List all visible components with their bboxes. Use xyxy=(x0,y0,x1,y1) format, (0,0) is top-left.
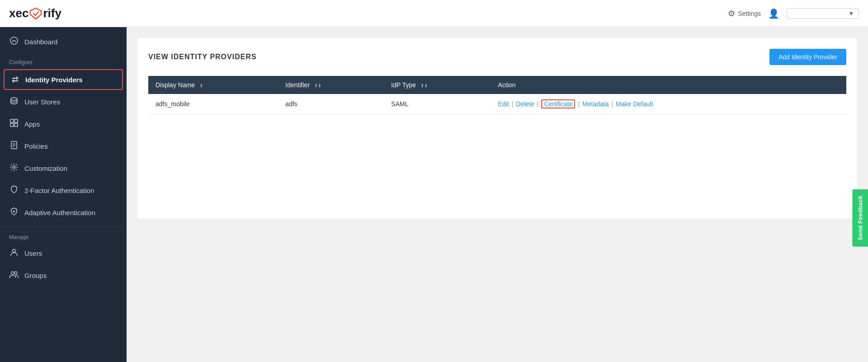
sidebar-item-groups[interactable]: Groups xyxy=(0,264,127,287)
sort-display-name-icon[interactable]: ⬆ xyxy=(199,83,203,88)
sidebar-label-user-stores: User Stores xyxy=(24,98,60,106)
sidebar-item-customization[interactable]: Customization xyxy=(0,157,127,179)
svg-point-15 xyxy=(14,272,17,274)
feedback-tab-wrap: Send Feedback xyxy=(811,173,868,189)
2fa-icon xyxy=(9,185,19,196)
logo-shield-icon xyxy=(29,7,42,20)
idp-type-value: SAML xyxy=(391,100,408,108)
action-links: Edit | Delete | Certificate | Metadata |… xyxy=(498,99,839,108)
certificate-link[interactable]: Certificate xyxy=(541,99,575,108)
top-header: xec rify ⚙ Settings 👤 ▼ xyxy=(0,0,868,27)
main-content: VIEW IDENTITY PROVIDERS Add Identity Pro… xyxy=(127,27,868,362)
sidebar: Dashboard Configure ⇄ Identity Providers… xyxy=(0,27,127,362)
sidebar-item-policies[interactable]: Policies xyxy=(0,135,127,157)
col-identifier: Identifier ⬆⬇ xyxy=(278,76,384,94)
make-default-link[interactable]: Make Default xyxy=(616,100,653,108)
sidebar-item-2fa[interactable]: 2-Factor Authentication xyxy=(0,179,127,202)
sidebar-item-adaptive-auth[interactable]: Adaptive Authentication xyxy=(0,202,127,224)
identity-providers-table: Display Name ⬆ Identifier ⬆⬇ IdP Type ⬆⬇ xyxy=(148,76,846,114)
table-header: Display Name ⬆ Identifier ⬆⬇ IdP Type ⬆⬇ xyxy=(148,76,846,94)
add-identity-provider-button[interactable]: Add Identity Provider xyxy=(769,49,846,65)
svg-rect-5 xyxy=(10,123,14,127)
sidebar-label-customization: Customization xyxy=(24,165,67,172)
layout: Dashboard Configure ⇄ Identity Providers… xyxy=(0,27,868,362)
sidebar-label-groups: Groups xyxy=(24,272,47,279)
sidebar-configure-label: Configure xyxy=(0,53,127,68)
sep-2: | xyxy=(537,100,539,108)
sidebar-label-adaptive-auth: Adaptive Authentication xyxy=(24,209,95,216)
logo: xec rify xyxy=(9,6,61,20)
dropdown-arrow-icon: ▼ xyxy=(849,10,854,17)
table-body: adfs_mobile adfs SAML Edit | De xyxy=(148,94,846,114)
sidebar-label-policies: Policies xyxy=(24,142,48,150)
user-stores-icon xyxy=(9,96,19,108)
svg-point-13 xyxy=(13,249,16,253)
user-dropdown[interactable]: ▼ xyxy=(787,8,859,19)
sidebar-item-identity-providers[interactable]: ⇄ Identity Providers xyxy=(4,69,123,90)
page-header: VIEW IDENTITY PROVIDERS Add Identity Pro… xyxy=(148,49,846,65)
gear-icon: ⚙ xyxy=(728,9,735,19)
apps-icon xyxy=(9,118,19,130)
cell-display-name: adfs_mobile xyxy=(148,94,278,114)
identity-providers-icon: ⇄ xyxy=(10,75,20,85)
sep-4: | xyxy=(611,100,613,108)
sidebar-item-users[interactable]: Users xyxy=(0,242,127,264)
logo-text-post: rify xyxy=(43,6,61,20)
sidebar-label-dashboard: Dashboard xyxy=(24,38,57,46)
sidebar-manage-label: Manage xyxy=(0,230,127,242)
sidebar-label-apps: Apps xyxy=(24,120,40,128)
page-title: VIEW IDENTITY PROVIDERS xyxy=(148,53,257,61)
send-feedback-button[interactable]: Send Feedback xyxy=(852,189,868,246)
svg-point-12 xyxy=(13,211,15,212)
settings-label: Settings xyxy=(738,10,761,17)
sep-1: | xyxy=(512,100,514,108)
svg-point-2 xyxy=(11,98,17,100)
header-right: ⚙ Settings 👤 ▼ xyxy=(728,8,859,19)
svg-rect-3 xyxy=(10,119,14,122)
logo-text-pre: xec xyxy=(9,6,28,20)
sidebar-label-2fa: 2-Factor Authentication xyxy=(24,187,94,194)
delete-link[interactable]: Delete xyxy=(516,100,534,108)
col-action: Action xyxy=(491,76,846,94)
sidebar-label-users: Users xyxy=(24,249,42,257)
sidebar-item-dashboard[interactable]: Dashboard xyxy=(0,31,127,53)
page-card: VIEW IDENTITY PROVIDERS Add Identity Pro… xyxy=(137,38,857,219)
svg-rect-6 xyxy=(14,123,18,127)
metadata-link[interactable]: Metadata xyxy=(582,100,609,108)
svg-rect-4 xyxy=(14,119,18,122)
edit-link[interactable]: Edit xyxy=(498,100,509,108)
display-name-value: adfs_mobile xyxy=(156,100,190,108)
col-action-label: Action xyxy=(498,81,516,89)
settings-link[interactable]: ⚙ Settings xyxy=(728,9,761,19)
sort-identifier-icon[interactable]: ⬆⬇ xyxy=(314,83,321,88)
customization-icon xyxy=(9,163,19,174)
col-idp-type-label: IdP Type xyxy=(391,81,416,89)
dashboard-icon xyxy=(9,36,19,47)
sort-idp-type-icon[interactable]: ⬆⬇ xyxy=(420,83,428,88)
sep-3: | xyxy=(578,100,580,108)
cell-action: Edit | Delete | Certificate | Metadata |… xyxy=(491,94,846,114)
col-idp-type: IdP Type ⬆⬇ xyxy=(384,76,491,94)
col-display-name-label: Display Name xyxy=(156,81,195,89)
sidebar-item-apps[interactable]: Apps xyxy=(0,113,127,135)
identifier-value: adfs xyxy=(285,100,297,108)
sidebar-divider xyxy=(0,226,127,227)
col-identifier-label: Identifier xyxy=(285,81,310,89)
adaptive-auth-icon xyxy=(9,207,19,218)
users-icon xyxy=(9,248,19,259)
svg-marker-0 xyxy=(30,8,41,19)
table-row: adfs_mobile adfs SAML Edit | De xyxy=(148,94,846,114)
sidebar-item-user-stores[interactable]: User Stores xyxy=(0,91,127,113)
sidebar-label-identity-providers: Identity Providers xyxy=(25,76,83,84)
svg-point-14 xyxy=(11,272,14,274)
policies-icon xyxy=(9,141,19,152)
svg-point-11 xyxy=(13,166,15,169)
user-icon-header: 👤 xyxy=(768,8,779,19)
cell-identifier: adfs xyxy=(278,94,384,114)
col-display-name: Display Name ⬆ xyxy=(148,76,278,94)
groups-icon xyxy=(9,270,19,281)
cell-idp-type: SAML xyxy=(384,94,491,114)
